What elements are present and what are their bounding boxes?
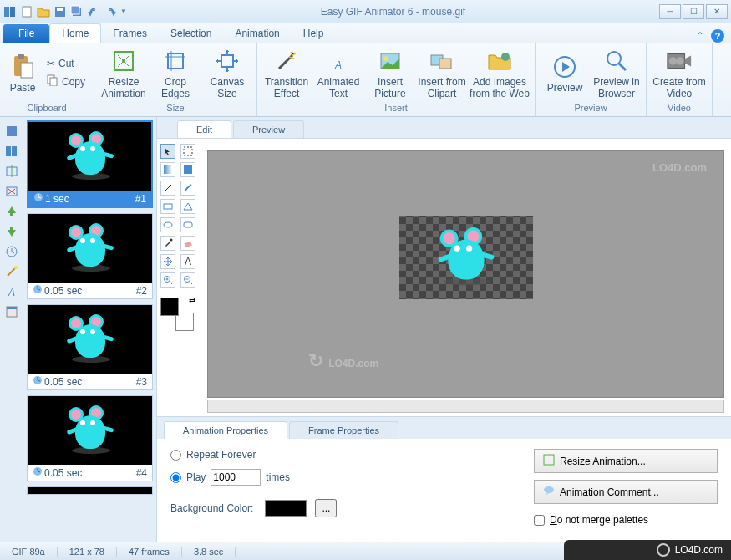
color-swatches[interactable]: ⇄ [160, 298, 194, 331]
svg-rect-43 [184, 165, 192, 174]
create-video-button[interactable]: Create from Video [652, 46, 707, 101]
crop-edges-button[interactable]: Crop Edges [151, 46, 200, 101]
file-tab[interactable]: File [3, 24, 49, 43]
frame-item[interactable]: 0.05 sec#2 [27, 213, 153, 299]
paste-button[interactable]: Paste [5, 53, 40, 94]
tab-anim-props[interactable]: Animation Properties [164, 421, 287, 439]
zoom-in-tool[interactable] [160, 272, 175, 288]
picture-icon [377, 48, 404, 74]
move-down-icon[interactable] [4, 224, 19, 239]
play-count-input[interactable] [211, 469, 261, 486]
eyedropper-tool[interactable] [160, 236, 175, 251]
frame-thumbnail [28, 305, 152, 374]
frame-item[interactable]: 0.05 sec#3 [27, 304, 153, 390]
svg-rect-29 [12, 146, 17, 156]
insert-clipart-button[interactable]: Insert from Clipart [418, 46, 466, 101]
triangle-tool[interactable] [180, 199, 195, 214]
svg-rect-1 [10, 7, 15, 17]
animated-text-button[interactable]: AAnimated Text [314, 46, 363, 101]
tab-selection[interactable]: Selection [159, 24, 223, 43]
gradient-tool[interactable] [160, 162, 175, 177]
transition-effect-button[interactable]: Transition Effect [262, 46, 311, 101]
cut-button[interactable]: ✂Cut [43, 56, 89, 71]
add-from-web-button[interactable]: Add Images from the Web [470, 46, 530, 101]
bgcolor-swatch[interactable] [265, 500, 307, 517]
line-tool[interactable] [160, 181, 175, 196]
tab-help[interactable]: Help [292, 24, 336, 43]
properties-icon[interactable] [4, 304, 19, 319]
text-tool[interactable]: A [180, 254, 195, 269]
animation-comment-button[interactable]: Animation Comment... [534, 480, 718, 504]
preview-button[interactable]: Preview [541, 46, 589, 101]
insert-frame-icon[interactable] [4, 164, 19, 179]
svg-text:A: A [334, 59, 342, 71]
svg-point-47 [170, 239, 173, 242]
move-tool[interactable] [160, 254, 175, 269]
collapse-ribbon-icon[interactable]: ⌃ [696, 30, 704, 42]
brush-tool[interactable] [180, 181, 195, 196]
repeat-forever-radio[interactable] [170, 450, 181, 461]
wizard-icon[interactable] [4, 124, 19, 139]
help-icon[interactable]: ? [711, 29, 724, 43]
resize-animation-props-button[interactable]: Resize Animation... [534, 449, 718, 473]
eraser-tool[interactable] [180, 236, 195, 251]
svg-rect-0 [4, 7, 9, 17]
undo-icon[interactable] [87, 5, 100, 18]
menu-tabs: File Home Frames Selection Animation Hel… [0, 23, 731, 43]
frame-number: #4 [136, 467, 147, 479]
quick-access-toolbar: ▼ [3, 5, 127, 18]
canvas-size-button[interactable]: Canvas Size [203, 46, 251, 101]
frame-item[interactable] [27, 486, 153, 495]
move-up-icon[interactable] [4, 204, 19, 219]
fill-tool[interactable] [180, 162, 195, 177]
resize-animation-button[interactable]: Resize Animation [99, 46, 148, 101]
canvas[interactable]: LO4D.com ↻ LO4D.com [207, 150, 724, 398]
tab-preview[interactable]: Preview [233, 120, 304, 138]
status-dimensions: 121 x 78 [58, 547, 117, 557]
rounded-rect-tool[interactable] [180, 217, 195, 232]
redo-icon[interactable] [104, 5, 117, 18]
svg-point-33 [14, 266, 18, 269]
tab-home[interactable]: Home [49, 23, 101, 43]
insert-picture-button[interactable]: Insert Picture [366, 46, 414, 101]
maximize-button[interactable]: ☐ [683, 4, 704, 19]
text-tool-icon[interactable]: A [4, 284, 19, 299]
save-icon[interactable] [53, 5, 67, 18]
frame-item[interactable]: 1 sec#1 [27, 120, 153, 208]
rect-tool[interactable] [160, 199, 175, 214]
marquee-tool[interactable] [180, 144, 195, 159]
cut-icon: ✂ [47, 58, 55, 69]
qat-dropdown-icon[interactable]: ▼ [120, 8, 127, 15]
frame-item[interactable]: 0.05 sec#4 [27, 395, 153, 481]
new-icon[interactable] [20, 5, 33, 18]
fg-color[interactable] [160, 298, 179, 316]
merge-palettes-checkbox[interactable] [534, 515, 545, 526]
svg-rect-44 [164, 204, 172, 209]
select-tool[interactable] [160, 144, 175, 159]
minimize-button[interactable]: ─ [659, 4, 681, 19]
effects-icon[interactable] [4, 264, 19, 279]
delete-frame-icon[interactable] [4, 184, 19, 199]
frame-list[interactable]: 1 sec#1 0.05 sec#2 0.05 sec#3 0.05 sec#4 [23, 117, 157, 542]
status-format: GIF 89a [0, 547, 58, 557]
play-radio[interactable] [170, 472, 181, 483]
copy-button[interactable]: Copy [43, 73, 89, 90]
horizontal-scrollbar[interactable] [207, 400, 724, 413]
zoom-out-tool[interactable] [180, 272, 195, 288]
bgcolor-picker-button[interactable]: ... [315, 499, 337, 517]
site-logo-icon [657, 543, 670, 557]
save-all-icon[interactable] [70, 5, 84, 18]
ellipse-tool[interactable] [160, 217, 175, 232]
swap-colors-icon[interactable]: ⇄ [189, 296, 195, 305]
tab-frames[interactable]: Frames [101, 24, 159, 43]
open-icon[interactable] [37, 5, 50, 18]
preview-browser-button[interactable]: Preview in Browser [592, 46, 641, 101]
frames-icon[interactable] [4, 144, 19, 159]
tab-edit[interactable]: Edit [177, 120, 231, 138]
tab-animation[interactable]: Animation [223, 24, 291, 43]
close-button[interactable]: ✕ [706, 4, 728, 19]
tab-frame-props[interactable]: Frame Properties [289, 421, 398, 439]
svg-rect-8 [18, 54, 24, 59]
timing-icon[interactable] [4, 244, 19, 259]
bgcolor-label: Background Color: [170, 502, 253, 514]
